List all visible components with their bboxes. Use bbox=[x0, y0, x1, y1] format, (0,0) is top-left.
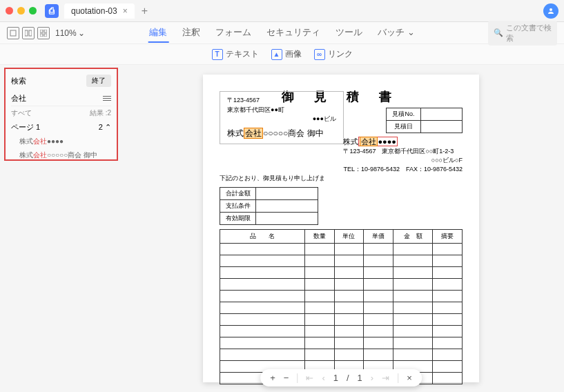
table-row bbox=[220, 349, 463, 361]
tab-annotate[interactable]: 注釈 bbox=[181, 23, 202, 43]
text-tool-button[interactable]: Tテキスト bbox=[212, 48, 259, 60]
svg-rect-3 bbox=[29, 30, 32, 36]
svg-rect-2 bbox=[25, 30, 28, 36]
app-icon: ⎙ bbox=[45, 4, 59, 18]
recipient-building: ●●●ビル bbox=[227, 115, 336, 124]
link-tool-button[interactable]: ∞リンク bbox=[314, 48, 353, 60]
image-tool-button[interactable]: ▲画像 bbox=[271, 48, 302, 60]
svg-point-0 bbox=[550, 8, 552, 11]
col-amount: 金 額 bbox=[393, 230, 433, 244]
minimize-window-button[interactable] bbox=[17, 7, 25, 14]
last-page-button[interactable]: ⇥ bbox=[382, 373, 389, 383]
maximize-window-button[interactable] bbox=[29, 7, 37, 14]
quotation-info-table: 見積No. 見積日 bbox=[386, 108, 463, 133]
document-search-input[interactable]: 🔍 この文書で検索 bbox=[488, 21, 557, 46]
next-page-button[interactable]: › bbox=[371, 373, 373, 383]
end-search-button[interactable]: 終了 bbox=[86, 75, 111, 87]
sender-building: ○○○ビル○F bbox=[343, 156, 463, 165]
search-highlight: 会社 bbox=[360, 137, 378, 146]
search-panel-title: 検索 bbox=[11, 76, 26, 86]
text-icon: T bbox=[212, 49, 223, 60]
table-row bbox=[220, 244, 463, 255]
sender-tel: TEL：10-9876-5432 FAX：10-9876-5432 bbox=[343, 165, 463, 174]
col-unit: 単位 bbox=[334, 230, 364, 244]
svg-rect-6 bbox=[40, 34, 43, 37]
page-label: ページ 1 bbox=[11, 122, 40, 133]
svg-rect-7 bbox=[44, 34, 47, 37]
chevron-up-icon[interactable]: ⌃ bbox=[105, 123, 111, 131]
zoom-value: 110% bbox=[55, 28, 77, 38]
prev-page-button[interactable]: ‹ bbox=[322, 373, 324, 383]
search-term: 会社 bbox=[11, 93, 26, 104]
close-nav-button[interactable]: × bbox=[407, 373, 412, 383]
col-price: 単価 bbox=[364, 230, 393, 244]
item-table: 品 名 数量 単位 単価 金 額 摘要 bbox=[220, 229, 463, 384]
tab-security[interactable]: セキュリティ bbox=[265, 23, 322, 43]
add-tab-button[interactable]: + bbox=[142, 5, 148, 17]
table-row bbox=[220, 326, 463, 337]
image-icon: ▲ bbox=[271, 49, 282, 60]
titlebar: ⎙ quotation-03 × + bbox=[0, 0, 564, 22]
zoom-out-button[interactable]: − bbox=[284, 373, 289, 383]
single-page-icon[interactable] bbox=[7, 27, 19, 39]
table-row bbox=[220, 255, 463, 267]
tab-label: quotation-03 bbox=[71, 6, 117, 16]
sender-name: 株式会社●●●● bbox=[343, 137, 463, 147]
svg-rect-5 bbox=[44, 30, 47, 32]
table-row bbox=[220, 291, 463, 302]
quote-date-value bbox=[421, 121, 463, 133]
close-window-button[interactable] bbox=[6, 7, 13, 14]
user-avatar-icon[interactable] bbox=[543, 3, 558, 19]
sender-block: 株式会社●●●● 〒123-4567 東京都千代田区○○町1-2-3 ○○○ビル… bbox=[343, 137, 463, 173]
document-tab[interactable]: quotation-03 × bbox=[64, 3, 135, 19]
document-viewport[interactable]: ↗ ↗ 〒123-4567 東京都千代田区●●町 ●●●ビル 株式会社○○○○○… bbox=[118, 65, 564, 392]
page-sep: / bbox=[347, 373, 349, 383]
recipient-postal: 〒123-4567 bbox=[227, 96, 336, 106]
total-label: 合計金額 bbox=[220, 188, 256, 200]
table-row bbox=[220, 279, 463, 291]
payment-label: 支払条件 bbox=[220, 200, 256, 213]
all-label: すべて bbox=[11, 108, 32, 118]
document-page: 〒123-4567 東京都千代田区●●町 ●●●ビル 株式会社○○○○○商会 御… bbox=[203, 75, 479, 382]
table-row bbox=[220, 314, 463, 326]
result-count: 結果 :2 bbox=[90, 108, 111, 118]
current-page[interactable]: 1 bbox=[333, 373, 338, 383]
page-navigation: + − ⇤ ‹ 1 / 1 › ⇥ × bbox=[260, 369, 422, 386]
chevron-down-icon: ⌄ bbox=[78, 28, 85, 38]
two-page-icon[interactable] bbox=[22, 27, 35, 39]
search-icon: 🔍 bbox=[494, 28, 503, 37]
zoom-dropdown[interactable]: 110% ⌄ bbox=[55, 28, 85, 38]
window-controls bbox=[6, 7, 37, 14]
sender-address: 〒123-4567 東京都千代田区○○町1-2-3 bbox=[343, 147, 463, 156]
zoom-in-button[interactable]: + bbox=[270, 373, 275, 383]
close-tab-icon[interactable]: × bbox=[123, 6, 128, 16]
recipient-address: 東京都千代田区●●町 bbox=[227, 106, 336, 115]
toolbar-primary: 110% ⌄ 編集 注釈 フォーム セキュリティ ツール バッチ ⌄ 🔍 この文… bbox=[0, 22, 564, 44]
summary-table: 合計金額 支払条件 有効期限 bbox=[220, 187, 318, 225]
col-remarks: 摘要 bbox=[433, 230, 463, 244]
svg-rect-1 bbox=[10, 30, 16, 36]
chevron-down-icon: ⌄ bbox=[407, 27, 415, 37]
quote-no-label: 見積No. bbox=[387, 108, 421, 121]
svg-rect-4 bbox=[40, 30, 43, 32]
search-panel: 検索 終了 会社 すべて 結果 :2 ページ 1 2 ⌃ 株式会社●●●● 株式… bbox=[4, 68, 118, 161]
recipient-box: 〒123-4567 東京都千代田区●●町 ●●●ビル 株式会社○○○○○商会 御… bbox=[220, 91, 344, 144]
quote-no-value bbox=[421, 108, 463, 121]
search-result-item[interactable]: 株式会社●●●● bbox=[11, 135, 111, 148]
search-result-item[interactable]: 株式会社○○○○○商会 御中 bbox=[11, 148, 111, 162]
first-page-button[interactable]: ⇤ bbox=[306, 373, 313, 383]
tab-tool[interactable]: ツール bbox=[334, 23, 364, 43]
tab-form[interactable]: フォーム bbox=[214, 23, 253, 43]
col-qty: 数量 bbox=[304, 230, 334, 244]
tab-batch[interactable]: バッチ ⌄ bbox=[376, 23, 416, 43]
recipient-name: 株式会社○○○○○商会 御中 bbox=[227, 127, 336, 139]
menu-icon[interactable] bbox=[103, 96, 111, 101]
quotation-note: 下記のとおり、御見積もり申し上げま bbox=[220, 174, 463, 183]
table-row bbox=[220, 337, 463, 349]
view-mode-group bbox=[7, 27, 50, 39]
main-tabs: 編集 注釈 フォーム セキュリティ ツール バッチ ⌄ bbox=[148, 23, 416, 43]
thumbnail-icon[interactable] bbox=[37, 27, 50, 39]
tab-edit[interactable]: 編集 bbox=[148, 23, 168, 43]
valid-label: 有効期限 bbox=[220, 213, 256, 225]
col-name: 品 名 bbox=[220, 230, 305, 244]
